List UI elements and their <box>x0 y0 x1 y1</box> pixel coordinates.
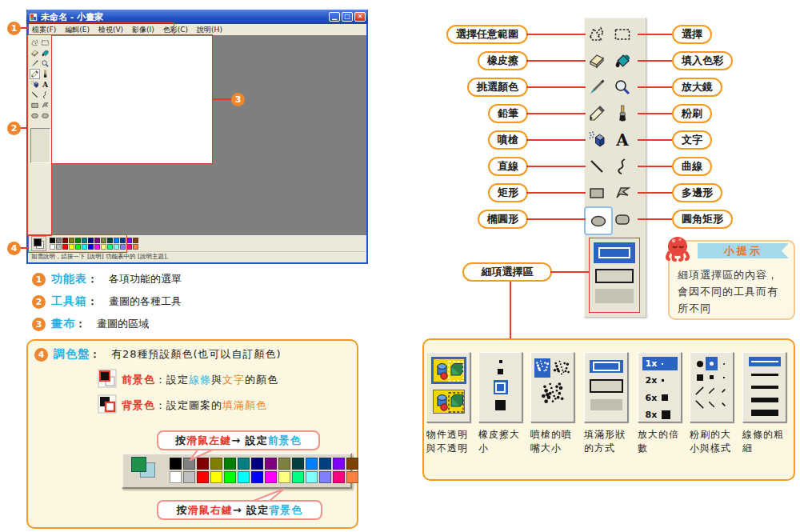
tool-label: 直線 <box>498 159 518 174</box>
rectangle-icon <box>30 101 39 110</box>
option-caption-fill-style: 填滿形狀的方式 <box>584 428 632 455</box>
palette-color[interactable] <box>133 244 138 250</box>
legend-desc: 畫圖的各種工具 <box>109 294 182 309</box>
palette-color[interactable] <box>120 238 126 243</box>
callout-1: 1 <box>7 22 21 35</box>
menu-item[interactable]: 檢視(V) <box>98 25 123 35</box>
palette-color[interactable] <box>94 238 100 243</box>
tool-label: 選擇任意範圍 <box>456 27 518 42</box>
tool-rectangle[interactable] <box>30 100 40 110</box>
tool-label: 多邊形 <box>682 186 713 200</box>
palette-color[interactable] <box>114 238 119 243</box>
tool-airbrush[interactable] <box>30 79 40 90</box>
palette-color[interactable] <box>82 238 87 243</box>
palette-color[interactable] <box>75 244 81 250</box>
window-titlebar[interactable]: 未命名 - 小畫家 ▁ □ ✕ <box>26 10 368 24</box>
label-bubble-airbrush: 噴槍 <box>488 130 528 150</box>
tool-fill[interactable] <box>40 48 50 58</box>
menu-item[interactable]: 影像(I) <box>132 25 154 35</box>
palette-color[interactable] <box>62 238 68 243</box>
eraser-icon <box>30 49 39 58</box>
palette-color <box>278 471 290 483</box>
tool-label: 放大鏡 <box>682 80 713 94</box>
palette-color <box>265 471 277 483</box>
menu-item[interactable]: 色彩(C) <box>163 25 188 35</box>
menu-item[interactable]: 檔案(F) <box>32 25 56 35</box>
option-card-fill-style <box>584 352 628 422</box>
tool-label: 橡皮擦 <box>487 54 518 68</box>
palette-color[interactable] <box>82 244 87 250</box>
maximize-button[interactable]: □ <box>342 12 353 22</box>
tool-text[interactable]: A <box>40 79 50 90</box>
palette-color[interactable] <box>50 238 55 243</box>
tool-line[interactable] <box>30 90 40 100</box>
legend-num: 3 <box>32 318 46 331</box>
left-click-bubble: 按滑鼠左鍵→ 設定前景色 <box>157 430 320 450</box>
tool-pencil[interactable] <box>30 69 40 79</box>
tool-eraser[interactable] <box>30 48 40 58</box>
tool-ellipse[interactable] <box>30 110 40 121</box>
palette-color <box>333 471 345 483</box>
palette-color[interactable] <box>120 244 126 250</box>
palette-color[interactable] <box>75 238 81 243</box>
legend-num: 2 <box>32 295 46 309</box>
palette-color[interactable] <box>69 244 74 250</box>
close-button[interactable]: ✕ <box>354 12 366 22</box>
palette-color[interactable] <box>56 238 62 243</box>
connector-line <box>638 113 672 114</box>
palette-color[interactable] <box>133 238 138 243</box>
label-bubble-eraser: 橡皮擦 <box>478 51 528 70</box>
tool-polygon[interactable] <box>40 100 50 110</box>
diagram-tool-text: A <box>612 130 633 150</box>
palette-color <box>346 471 358 483</box>
legend-label: 功能表 <box>51 272 87 286</box>
minimize-button[interactable]: ▁ <box>329 12 340 22</box>
connector-line <box>526 34 586 35</box>
canvas[interactable] <box>52 36 212 164</box>
palette-color <box>251 471 263 483</box>
fg-label: 前景色 <box>122 374 155 386</box>
tool-brush[interactable] <box>40 69 50 79</box>
tool-label: 文字 <box>682 133 702 147</box>
ellipse-icon <box>589 211 608 230</box>
tool-color-picker[interactable] <box>30 58 40 69</box>
tool-rounded-rectangle[interactable] <box>40 110 50 121</box>
palette-color[interactable] <box>107 244 113 250</box>
tool-magnifier[interactable] <box>40 58 50 69</box>
palette-color[interactable] <box>101 238 106 243</box>
palette-color[interactable] <box>94 244 100 250</box>
line-width-option <box>749 395 781 405</box>
foreground-color-icon <box>98 369 117 388</box>
callout-2-line <box>20 127 28 129</box>
diagram-tool-rectangle <box>586 182 607 203</box>
diagram-tool-curve <box>612 156 633 177</box>
palette-color[interactable] <box>62 244 68 250</box>
menu-item[interactable]: 編輯(E) <box>65 25 90 35</box>
colon: ： <box>75 317 86 331</box>
tool-free-form-select[interactable] <box>30 38 40 48</box>
palette-color[interactable] <box>101 244 106 250</box>
diagram-tool-pencil <box>586 103 607 124</box>
curve-icon <box>41 90 50 99</box>
palette-color[interactable] <box>126 244 132 250</box>
palette-color[interactable] <box>88 238 94 243</box>
text-segment: 前景色 <box>268 434 302 448</box>
palette-color[interactable] <box>69 238 74 243</box>
palette-color[interactable] <box>114 244 119 250</box>
menu-item[interactable]: 說明(H) <box>197 25 222 35</box>
palette-color[interactable] <box>56 244 62 250</box>
label-bubble-ellipse: 橢圓形 <box>478 210 528 229</box>
palette-color[interactable] <box>107 238 113 243</box>
tool-select[interactable] <box>40 38 50 48</box>
octopus-mascot-icon <box>661 233 694 266</box>
diagram-tool-fill <box>612 50 633 71</box>
tool-label: 鉛筆 <box>498 106 518 121</box>
tool-curve[interactable] <box>40 90 50 100</box>
tool-label: 噴槍 <box>498 133 518 147</box>
label-bubble-free-form-select: 選擇任意範圍 <box>446 25 528 44</box>
palette-color[interactable] <box>126 238 132 243</box>
label-bubble-magnifier: 放大鏡 <box>672 78 722 97</box>
palette-color[interactable] <box>50 244 55 250</box>
legend-row-3: 3畫布：畫圖的區域 <box>32 317 149 331</box>
palette-color[interactable] <box>88 244 94 250</box>
